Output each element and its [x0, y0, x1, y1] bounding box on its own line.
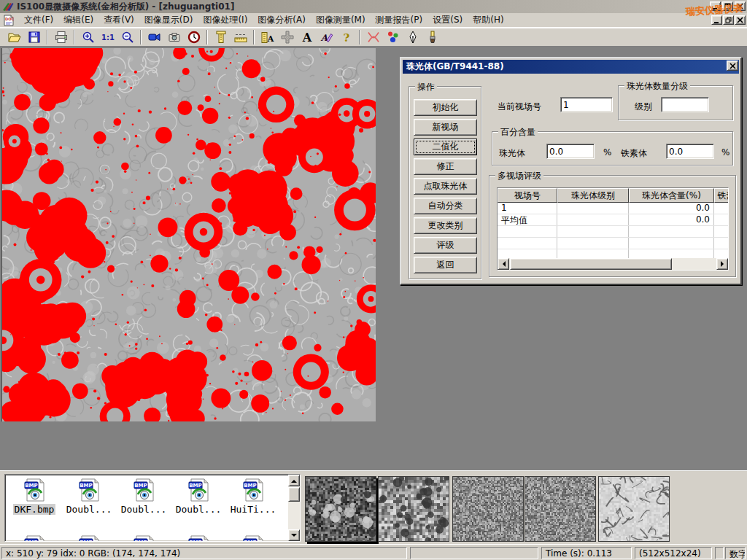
table-cell: [714, 238, 729, 249]
rating-table[interactable]: 视场号珠光体级别珠光体含量(%)铁素体含量(%) 10.0平均值0.0: [497, 187, 729, 271]
file-list-scrollbar[interactable]: [288, 475, 300, 541]
pick-pearlite-button[interactable]: 点取珠光体: [414, 178, 477, 195]
zoom-out-button[interactable]: [117, 29, 137, 46]
camera-button[interactable]: [164, 29, 184, 46]
menu-item-6[interactable]: 图像测量(M): [311, 12, 371, 28]
file-item-row2-2[interactable]: BMP: [117, 535, 170, 542]
clock-button[interactable]: [184, 29, 204, 46]
file-item-DKF-bmp[interactable]: BMPDKF.bmp: [8, 478, 61, 515]
initialize-button[interactable]: 初始化: [414, 99, 477, 116]
menu-item-5[interactable]: 图像分析(A): [252, 12, 311, 28]
grid-cross-button[interactable]: [277, 29, 297, 46]
grade-button[interactable]: 评级: [414, 237, 477, 254]
print-button[interactable]: [51, 29, 71, 46]
change-class-button[interactable]: 更改类别: [414, 217, 477, 234]
table-row-2[interactable]: [498, 226, 728, 238]
file-item-HuiTi---[interactable]: BMPHuiTi...: [227, 478, 279, 515]
pen-button[interactable]: [403, 29, 422, 46]
window-title: IS100显微摄像系统(金相分析版) - [zhuguangti01]: [17, 1, 234, 13]
actual-size-button[interactable]: 1:1: [98, 29, 117, 46]
table-cell: [557, 238, 629, 249]
file-item-row2-4[interactable]: BMP: [227, 535, 279, 542]
table-row-3[interactable]: [498, 238, 728, 249]
file-item-Doubl---[interactable]: BMPDoubl...: [117, 478, 170, 515]
minimize-button[interactable]: [710, 1, 721, 11]
scroll-left-button[interactable]: [498, 258, 509, 270]
auto-classify-button[interactable]: 自动分类: [414, 198, 477, 214]
file-item-row2-0[interactable]: BMP: [8, 535, 61, 542]
scroll-up-button[interactable]: [288, 475, 300, 486]
file-item-Doubl---[interactable]: BMPDoubl...: [172, 478, 225, 515]
file-item-row2-3[interactable]: BMP: [172, 535, 225, 542]
v-scroll-thumb[interactable]: [288, 487, 300, 502]
menu-item-4[interactable]: 图像处理(I): [198, 12, 252, 28]
curve-button[interactable]: [363, 29, 383, 46]
toolbar-separator: [74, 30, 75, 44]
table-cell: [557, 203, 629, 214]
measure-text-button[interactable]: A: [258, 29, 277, 46]
help-button[interactable]: ?: [336, 29, 356, 46]
file-item-Doubl---[interactable]: BMPDoubl...: [63, 478, 115, 515]
thumbnail-3[interactable]: [452, 476, 524, 542]
level-input[interactable]: [661, 97, 709, 112]
ferrite-input[interactable]: [666, 144, 714, 159]
menu-item-3[interactable]: 图像显示(D): [139, 12, 198, 28]
pearlite-input[interactable]: [546, 144, 595, 159]
measure-text-icon: A: [260, 30, 275, 44]
table-header-1[interactable]: 珠光体级别: [557, 188, 629, 203]
thumbnail-4[interactable]: [525, 476, 596, 542]
text-a-button[interactable]: A: [297, 29, 317, 46]
thumbnail-5[interactable]: [598, 476, 670, 542]
close-button[interactable]: [735, 1, 746, 11]
mdi-restore-button[interactable]: [723, 15, 734, 25]
particles-button[interactable]: [383, 29, 403, 46]
ruler-button[interactable]: [231, 29, 250, 46]
mdi-close-button[interactable]: [735, 15, 746, 25]
menu-item-2[interactable]: 查看(V): [98, 12, 139, 28]
correct-button[interactable]: 修正: [414, 158, 477, 175]
mdi-minimize-button[interactable]: [711, 15, 722, 25]
menu-item-7[interactable]: 测量报告(P): [371, 12, 428, 28]
status-position: x: 510 y: 79 idx: 0 RGB: (174, 174, 174): [1, 547, 407, 559]
document-icon[interactable]: DOC: [3, 15, 15, 26]
multi-field-group-label: 多视场评级: [495, 170, 543, 182]
menu-item-0[interactable]: 文件(F): [19, 12, 58, 28]
brush-button[interactable]: [422, 29, 442, 46]
menu-item-1[interactable]: 编辑(E): [58, 12, 98, 28]
rating-table-body: 10.0平均值0.0: [498, 203, 728, 261]
zoom-in-button[interactable]: [78, 29, 98, 46]
grading-group-label: 珠光体数量分级: [624, 80, 690, 93]
thumbnail-1[interactable]: [305, 476, 376, 542]
binarize-button[interactable]: 二值化: [414, 139, 477, 155]
help-icon: ?: [339, 30, 354, 44]
bmp-file-icon: BMP: [187, 535, 210, 542]
file-list[interactable]: BMPDKF.bmpBMPDoubl...BMPDoubl...BMPDoubl…: [4, 474, 301, 542]
table-header-0[interactable]: 视场号: [498, 188, 557, 203]
maximize-button[interactable]: [722, 1, 733, 11]
caliper-button[interactable]: [211, 29, 231, 46]
new-field-button[interactable]: 新视场: [414, 119, 477, 136]
h-scroll-thumb[interactable]: [510, 258, 672, 270]
return-button[interactable]: 返回: [414, 257, 477, 273]
video-camera-button[interactable]: [144, 29, 164, 46]
micrograph-image[interactable]: [2, 48, 376, 421]
bmp-file-icon: BMP: [23, 478, 46, 502]
table-header-2[interactable]: 珠光体含量(%): [629, 188, 714, 203]
table-h-scrollbar[interactable]: [498, 258, 728, 270]
menu-item-9[interactable]: 帮助(H): [468, 12, 508, 28]
scroll-right-button[interactable]: [716, 258, 728, 270]
annotate-button[interactable]: A: [317, 29, 336, 46]
current-field-input[interactable]: [560, 97, 613, 112]
save-button[interactable]: [24, 29, 44, 46]
file-item-row2-1[interactable]: BMP: [63, 535, 115, 542]
open-button[interactable]: [4, 29, 24, 46]
dialog-close-button[interactable]: [727, 61, 738, 71]
scroll-down-button[interactable]: [288, 529, 300, 541]
table-row-0[interactable]: 10.0: [498, 203, 728, 214]
thumbnail-2[interactable]: [378, 476, 449, 542]
table-header-3[interactable]: 铁素体含量(%): [714, 188, 729, 203]
status-mode: 数字: [725, 547, 746, 559]
dialog-title-bar[interactable]: 珠光体(GB/T9441-88): [403, 60, 739, 74]
menu-item-8[interactable]: 设置(S): [427, 12, 468, 28]
table-row-1[interactable]: 平均值0.0: [498, 214, 728, 226]
